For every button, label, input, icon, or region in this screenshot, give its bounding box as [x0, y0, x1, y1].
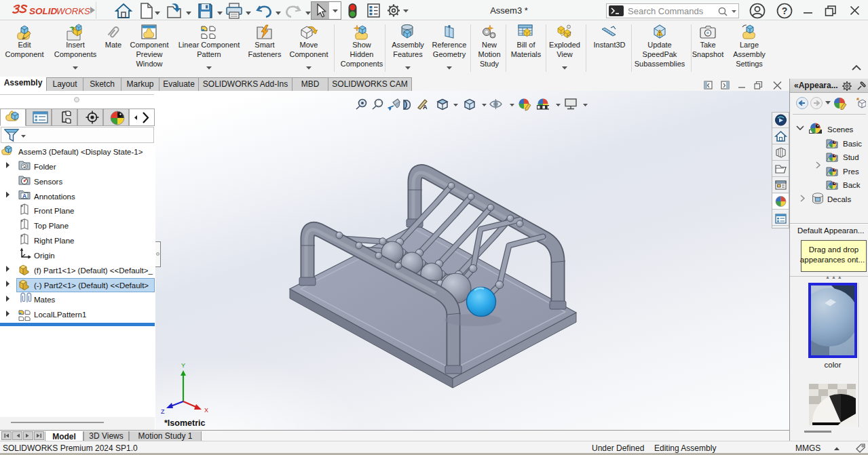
svg-text:SOLID: SOLID	[29, 6, 58, 16]
svg-text:Basic: Basic	[843, 140, 862, 148]
svg-text:WORKS: WORKS	[56, 6, 90, 16]
svg-text:Pres: Pres	[843, 167, 859, 176]
svg-text:X: X	[204, 407, 208, 414]
svg-text:Scenes: Scenes	[827, 125, 854, 134]
svg-text:Back: Back	[843, 181, 861, 189]
svg-text:?: ?	[782, 5, 788, 16]
svg-text:Decals: Decals	[827, 195, 851, 203]
svg-text:Y: Y	[181, 362, 185, 369]
svg-text:A: A	[22, 193, 26, 199]
svg-text:Z: Z	[161, 408, 165, 415]
svg-text:Stud: Stud	[843, 153, 859, 161]
